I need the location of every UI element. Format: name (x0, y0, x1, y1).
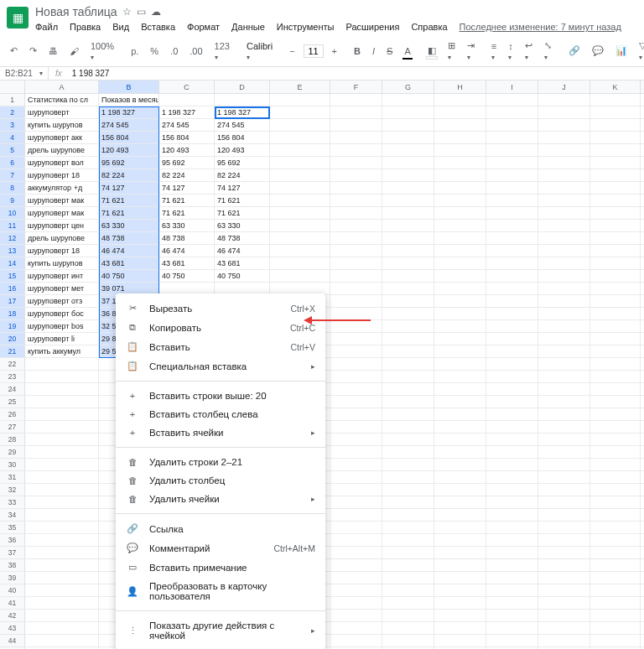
row-header[interactable]: 6 (0, 157, 25, 169)
cell[interactable] (382, 358, 434, 370)
row-header[interactable]: 32 (0, 484, 25, 496)
cell[interactable] (434, 471, 486, 483)
cell[interactable] (330, 169, 382, 181)
cell[interactable]: 120 493 (99, 144, 159, 156)
cell[interactable] (538, 283, 590, 294)
cell[interactable] (382, 597, 434, 609)
cell[interactable] (25, 434, 99, 445)
cell[interactable] (538, 622, 590, 634)
cell[interactable]: 120 493 (159, 144, 215, 156)
font-size-decrease[interactable]: − (286, 44, 298, 58)
cell[interactable] (486, 421, 538, 433)
cell[interactable] (590, 434, 641, 445)
cell[interactable] (434, 182, 486, 194)
cell[interactable] (590, 308, 641, 319)
cell[interactable] (434, 509, 486, 521)
ctx-note[interactable]: ▭Вставить примечание (116, 558, 325, 577)
row-header[interactable]: 18 (0, 308, 25, 319)
cell[interactable] (486, 396, 538, 408)
cell[interactable] (434, 421, 486, 433)
cell[interactable] (382, 157, 434, 169)
cell[interactable] (486, 496, 538, 508)
cell[interactable]: 48 738 (99, 232, 159, 244)
row-header[interactable]: 33 (0, 496, 25, 508)
cell[interactable] (486, 94, 538, 106)
cell[interactable] (382, 182, 434, 194)
cell[interactable] (538, 182, 590, 194)
cell[interactable]: 74 127 (159, 182, 215, 194)
cell[interactable] (538, 408, 590, 420)
cell[interactable]: 46 474 (99, 245, 159, 257)
cell[interactable] (538, 220, 590, 231)
cell[interactable]: дрель шурупове (25, 232, 99, 244)
cell[interactable] (538, 610, 590, 621)
cell[interactable]: шуруповерт инт (25, 270, 99, 282)
cell[interactable] (486, 257, 538, 269)
cell[interactable] (590, 283, 641, 294)
cell[interactable]: 46 474 (159, 245, 215, 257)
cell[interactable]: 74 127 (215, 182, 270, 194)
cell[interactable] (590, 358, 641, 370)
cell[interactable] (434, 270, 486, 282)
cell[interactable] (590, 132, 641, 143)
cell[interactable]: 71 621 (99, 207, 159, 219)
cell[interactable] (538, 584, 590, 596)
cell[interactable] (434, 396, 486, 408)
row-header[interactable]: 31 (0, 471, 25, 483)
cell[interactable] (486, 182, 538, 194)
row-header[interactable]: 42 (0, 610, 25, 621)
cell[interactable]: 274 545 (215, 119, 270, 131)
cell[interactable] (159, 283, 215, 294)
cell[interactable] (382, 610, 434, 621)
print-button[interactable]: 🖶 (45, 44, 61, 58)
ctx-delete-cells[interactable]: 🗑Удалить ячейки▸ (116, 490, 325, 508)
cell[interactable] (330, 295, 382, 307)
cell[interactable] (25, 383, 99, 395)
cell[interactable] (382, 119, 434, 131)
cell[interactable] (434, 132, 486, 143)
cell[interactable] (538, 270, 590, 282)
cell[interactable] (382, 308, 434, 319)
cell[interactable]: дрель шурупове (25, 144, 99, 156)
cell[interactable] (330, 622, 382, 634)
cell[interactable] (330, 421, 382, 433)
row-header[interactable]: 20 (0, 333, 25, 345)
cell[interactable]: 46 474 (215, 245, 270, 257)
format-currency-button[interactable]: р. (127, 44, 142, 58)
cell[interactable] (382, 622, 434, 634)
cell[interactable] (434, 371, 486, 382)
cell[interactable]: шуруповерт (25, 106, 99, 118)
cell[interactable] (590, 446, 641, 458)
cell[interactable] (486, 270, 538, 282)
cell[interactable] (434, 434, 486, 445)
cell[interactable] (590, 220, 641, 231)
cell[interactable] (538, 157, 590, 169)
cell[interactable] (270, 283, 330, 294)
cell[interactable] (486, 220, 538, 231)
cell[interactable] (330, 547, 382, 558)
cell[interactable]: шуруповерт bos (25, 320, 99, 332)
cell[interactable] (538, 509, 590, 521)
cell[interactable] (538, 195, 590, 206)
row-header[interactable]: 39 (0, 572, 25, 584)
cell[interactable] (382, 270, 434, 282)
cell[interactable]: 43 681 (159, 257, 215, 269)
cell[interactable]: 43 681 (215, 257, 270, 269)
menu-insert[interactable]: Вставка (141, 22, 175, 32)
cell[interactable] (382, 195, 434, 206)
cell[interactable] (590, 207, 641, 219)
cell[interactable] (382, 132, 434, 143)
cell[interactable] (434, 358, 486, 370)
cell[interactable] (434, 220, 486, 231)
cell[interactable] (330, 408, 382, 420)
cell[interactable] (330, 484, 382, 496)
cell[interactable] (25, 534, 99, 546)
cell[interactable] (538, 434, 590, 445)
cell[interactable] (25, 610, 99, 621)
cell[interactable] (382, 283, 434, 294)
row-header[interactable]: 19 (0, 320, 25, 332)
cell[interactable] (590, 270, 641, 282)
cell[interactable] (486, 635, 538, 646)
cell[interactable] (382, 484, 434, 496)
cell[interactable]: купить шурупов (25, 119, 99, 131)
